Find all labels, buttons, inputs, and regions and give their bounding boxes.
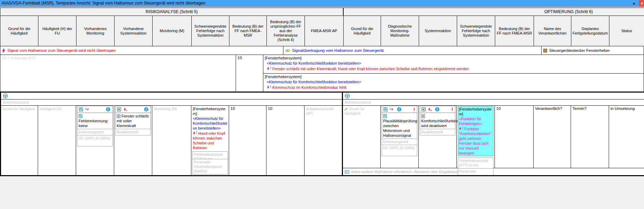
no-further-action-row[interactable]: Keine weitere Maßnahme erforderlich- Akt… [343,168,644,175]
function-text: Signalübertragung vom Hallsensor zum Ste… [292,48,384,53]
col-header-bedeutung-msr: Bedeutung (B) der FF nach FMEA-MSR [229,16,267,46]
info-icon[interactable] [435,107,439,112]
pane-titlebar: AIAG/VDA-Formblatt (MSR), Temporäre Ansi… [0,0,644,7]
cell-termin[interactable]: Termin? [571,106,609,168]
cell-grund-haeufigkeit[interactable]: Grund für Häufigkeit [1,106,38,175]
detection-doc-magnifier-icon [79,107,83,112]
erkennungszeit-field[interactable]: Erkennungszeit [382,139,417,145]
component-square-icon [543,49,547,53]
col-header-opt-verantwortlicher: Name des Verantwortlichen [534,16,571,46]
fehlererkennung-field[interactable]: Fehlererkennung: keine [77,113,113,129]
reaktionszeit-field[interactable]: Reaktionszeit [420,129,455,135]
app-window: AIAG/VDA-Formblatt (MSR), Temporäre Ansi… [0,0,644,209]
col-header-vorhandene-systemreaktion: Vorhandene Systemreaktion [114,16,153,46]
diagnostische-massnahme-field[interactable]: Plausibilitätsprüfung zwischen Motorstro… [382,113,417,139]
fehlerfolge-entry[interactable]: [Fensterhebersystem] <Klemmschutz für Ko… [263,74,644,92]
col-header-opt-grund: Grund für die Häufigkeit [343,16,381,46]
failure-lightning-icon [267,85,270,89]
parameter-verarbeitungszeit-field[interactable]: Parameter Verarbeitungszeit (Soll/Ist) [192,159,228,174]
status-value: in Umsetzung [609,106,644,111]
detection-doc-magnifier-icon [383,114,387,118]
fehlerfolge-entry[interactable]: [Fensterhebersystem] <Klemmschutz für Ko… [263,55,644,74]
lightning-x-icon [123,107,127,112]
col-header-opt-schwerwiegendste-ff: Schwerwiegendste Fehlerfolge nach System… [457,16,495,46]
fehlerrate-cell[interactable]: FR = Fehlerrate (FIT) [0,55,236,92]
termin-value: Termin? [571,106,609,111]
betriebszustand-field[interactable]: Betriebszustand [343,99,644,106]
cell-schwerwiegendste-fehlerfolge[interactable]: [Fensterhebersystem] <Klemmschutz für Ko… [191,106,229,175]
cell-vorhandenes-monitoring: Fehlererkennung: keine Erkennungszeit DC… [76,106,114,175]
close-icon[interactable]: x [639,0,644,7]
section-header-risikoanalyse: RISIKOANALYSE (Schritt 5) [0,8,343,16]
monitoring-icon-bar [77,106,113,113]
cell-monitoring-m[interactable]: Monitoring (M) [152,106,191,175]
ff-effect: !Fenster schließt mit voller Klemmkraft;… [265,66,642,72]
cell-opt-bedeutung-msr[interactable]: 10 [495,106,534,168]
dc-spf-field[interactable]: DC (SPF) (0-100%) [77,135,113,146]
reaction-doc-x-icon [421,107,426,112]
ff-action: <Klemmschutz für Komfortschließfunktion … [265,79,642,85]
info-icon[interactable] [397,107,401,112]
massnahme-icon-bar: ! [382,106,417,113]
erkennungszeit-field[interactable]: Erkennungszeit [77,129,113,135]
systemreaktion-field[interactable]: Fenster schließt mit voller Klemmkraft [115,113,151,129]
aufgabenprioritaet-placeholder: Aufgabenpriorität (AP) [305,106,342,117]
action-required-icon: ! [414,108,415,111]
fehlerfolgen-cell: [Fensterhebersystem] <Klemmschutz für Ko… [263,55,644,92]
dc-spf-field[interactable]: DC (SPF) (0-100%) [382,145,417,156]
failure-lightning-icon [193,131,196,135]
selected-fehlerfolge-cell[interactable]: [Fensterhebersystem] <Funktion für Fehle… [458,106,493,156]
ff-action: <Klemmschutz für Komfortschließfunktion … [193,116,227,131]
info-icon[interactable] [106,107,110,112]
col-header-haeufigkeit-fu: Häufigkeit (H) der FU [38,16,76,46]
systemreaktion-icon-bar: ! [420,106,455,113]
fehlertoleranzzeit-field[interactable]: Fehlertoleranzzeit (FTT) in ms [458,158,493,169]
opt-detail-row: Grund für Häufigkeit ! Plausibilitätsprü… [343,106,644,168]
cell-haeufigkeit[interactable]: Häufigkeit (H) [38,106,76,175]
operating-state-row [1,93,342,99]
reaktionszeit-field[interactable]: Reaktionszeit [115,129,151,135]
betriebszustand-field[interactable]: Betriebszustand [1,99,342,106]
cell-status[interactable]: in Umsetzung [609,106,644,168]
cell-bedeutung-msr[interactable]: 10 [229,106,266,175]
reaction-doc-x-icon [117,107,121,112]
cell-opt-schwerwiegendste-fehlerfolge: [Fensterhebersystem] <Funktion für Fehle… [457,106,495,168]
failure-text: Signal vom Hallsensor zum Steuergerät wi… [7,48,116,53]
fehlerrate-placeholder: FR = Fehlerrate (FIT) [0,55,236,61]
reaction-doc-x-icon [117,114,120,118]
bedeutung-value-cell[interactable]: 10 [236,55,263,92]
component-cell[interactable]: Steuergerätestecker Fensterheber [541,46,644,55]
collapse-chevrons-icon[interactable]: « [631,0,637,7]
cell-opt-systemreaktion: ! Komfortschließfunktion wird deaktivier… [419,106,457,168]
info-icon[interactable] [144,107,148,112]
cell-verantwortlicher[interactable]: Verantwortlich? [534,106,571,168]
bedeutung-value: 10 [236,55,263,60]
ff-exclamation-icon: ! [462,126,463,131]
operating-state-row [343,93,644,99]
cell-bedeutung-urspruenglich[interactable]: 10 [266,106,305,175]
ff-exclamation-icon: ! [196,131,197,135]
component-text: Steuergerätestecker Fensterheber [549,48,610,53]
opt-detail-panel: Betriebszustand Grund für Häufigkeit ! [342,92,644,176]
ff-action: <Klemmschutz für Komfortschließfunktion … [265,61,642,66]
col-header-opt-status: Status [609,16,644,46]
verantwortlicher-value: Verantwortlich? [534,106,571,111]
detection-doc-magnifier-icon [79,114,82,118]
ff-exclamation-icon: ! [270,85,271,90]
grund-placeholder: Grund für Häufigkeit [1,106,38,112]
ff-system: [Fensterhebersystem] [265,74,642,79]
cell-opt-grund-haeufigkeit[interactable]: Grund für Häufigkeit [343,106,381,168]
cell-aufgabenprioritaet[interactable]: Aufgabenpriorität (AP) [305,106,342,175]
failure-lightning-icon [2,48,5,53]
bedeutung-urspruenglich-value: 10 [266,106,304,111]
opt-systemreaktion-field[interactable]: Komfortschließfunktion wird deaktiviert [420,113,455,129]
failure-cell[interactable]: Signal vom Hallsensor zum Steuergerät wi… [0,46,283,55]
empty-background [0,176,644,209]
col-header-opt-fertigstellungsdatum: Geplantes Fertigstellungsdatum [571,16,609,46]
key-lightning-icon [85,107,89,112]
ff-exclamation-icon: ! [270,66,271,71]
ff-action: <Funktion für Fehlerfolgen> [459,116,492,126]
reaction-doc-x-icon [421,114,425,118]
function-cell[interactable]: Signalübertragung vom Hallsensor zum Ste… [283,46,542,55]
parameter-verarbeitungszeit-field[interactable]: Parameter Verarbeitungszeit (Soll/Ist) [458,168,493,177]
